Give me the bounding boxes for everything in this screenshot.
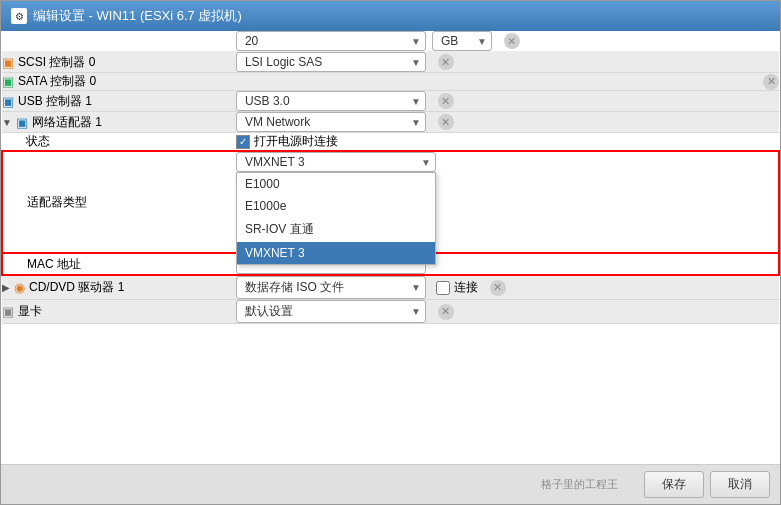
adapter-type-label: 适配器类型 [2, 151, 236, 253]
disk-size-value: 20 ▼ GB ▼ ✕ [236, 31, 779, 52]
cd-value: 数据存储 ISO 文件 ▼ 连接 ✕ [236, 275, 779, 300]
table-row: ▼ ▣ 网络适配器 1 VM Network ▼ ✕ [2, 112, 779, 133]
chevron-down-icon: ▼ [477, 36, 487, 47]
chevron-down-icon: ▼ [411, 306, 421, 317]
usb-delete-button[interactable]: ✕ [438, 93, 454, 109]
connect-on-power-checkbox[interactable]: ✓ 打开电源时连接 [236, 133, 779, 150]
table-row: ▣ SATA 控制器 0 ✕ [2, 73, 779, 91]
watermark-text: 格子里的工程王 [11, 477, 618, 492]
title-bar: ⚙ 编辑设置 - WIN11 (ESXi 6.7 虚拟机) [1, 1, 780, 31]
table-row: 适配器类型 VMXNET 3 ▼ E1000 [2, 151, 779, 253]
display-select[interactable]: 默认设置 ▼ [236, 300, 426, 323]
checkbox-icon[interactable]: ✓ [236, 135, 250, 149]
scsi-label: ▣ SCSI 控制器 0 [2, 52, 236, 73]
scsi-delete-button[interactable]: ✕ [438, 54, 454, 70]
dropdown-option-e1000e[interactable]: E1000e [237, 195, 435, 217]
status-value: ✓ 打开电源时连接 [236, 133, 779, 152]
table-row: ▣ 显卡 默认设置 ▼ ✕ [2, 300, 779, 324]
usb-icon: ▣ [2, 94, 14, 109]
settings-panel: 20 ▼ GB ▼ ✕ [1, 31, 780, 464]
chevron-down-icon: ▼ [411, 57, 421, 68]
adapter-type-value: VMXNET 3 ▼ E1000 E1000e SR-IOV 直通 VMXNET… [236, 151, 779, 253]
cancel-button[interactable]: 取消 [710, 471, 770, 498]
scsi-value: LSI Logic SAS ▼ ✕ [236, 52, 779, 73]
expand-arrow-icon[interactable]: ▼ [2, 117, 12, 128]
main-window: ⚙ 编辑设置 - WIN11 (ESXi 6.7 虚拟机) 20 ▼ [0, 0, 781, 505]
adapter-type-dropdown: E1000 E1000e SR-IOV 直通 VMXNET 3 [236, 172, 436, 265]
expand-arrow-icon[interactable]: ▶ [2, 282, 10, 293]
cd-icon: ◉ [14, 280, 25, 295]
usb-value: USB 3.0 ▼ ✕ [236, 91, 779, 112]
usb-select[interactable]: USB 3.0 ▼ [236, 91, 426, 111]
scsi-icon: ▣ [2, 55, 14, 70]
sata-label: ▣ SATA 控制器 0 [2, 73, 236, 91]
save-button[interactable]: 保存 [644, 471, 704, 498]
table-row: ▣ USB 控制器 1 USB 3.0 ▼ ✕ [2, 91, 779, 112]
dropdown-option-vmxnet3[interactable]: VMXNET 3 [237, 242, 435, 264]
display-delete-button[interactable]: ✕ [438, 304, 454, 320]
adapter-type-select[interactable]: VMXNET 3 ▼ [236, 152, 436, 172]
chevron-down-icon: ▼ [411, 96, 421, 107]
bottom-bar: 格子里的工程王 保存 取消 [1, 464, 780, 504]
main-content: 20 ▼ GB ▼ ✕ [1, 31, 780, 464]
net-label: ▼ ▣ 网络适配器 1 [2, 112, 236, 133]
disk-size-label [2, 31, 236, 52]
cd-delete-button[interactable]: ✕ [490, 280, 506, 296]
net-select[interactable]: VM Network ▼ [236, 112, 426, 132]
sata-icon: ▣ [2, 74, 14, 89]
settings-table: 20 ▼ GB ▼ ✕ [1, 31, 780, 324]
sata-delete-button[interactable]: ✕ [763, 74, 779, 90]
dropdown-option-sr-iov[interactable]: SR-IOV 直通 [237, 217, 435, 242]
scsi-select[interactable]: LSI Logic SAS ▼ [236, 52, 426, 72]
table-row: ▣ SCSI 控制器 0 LSI Logic SAS ▼ ✕ [2, 52, 779, 73]
table-row: 状态 ✓ 打开电源时连接 [2, 133, 779, 152]
mac-label: MAC 地址 [2, 253, 236, 275]
display-value: 默认设置 ▼ ✕ [236, 300, 779, 324]
net-icon: ▣ [16, 115, 28, 130]
dropdown-option-e1000[interactable]: E1000 [237, 173, 435, 195]
chevron-down-icon: ▼ [411, 282, 421, 293]
cd-label: ▶ ◉ CD/DVD 驱动器 1 [2, 275, 236, 300]
chevron-down-icon: ▼ [411, 36, 421, 47]
net-value: VM Network ▼ ✕ [236, 112, 779, 133]
table-row: 20 ▼ GB ▼ ✕ [2, 31, 779, 52]
cd-select[interactable]: 数据存储 ISO 文件 ▼ [236, 276, 426, 299]
window-icon: ⚙ [11, 8, 27, 24]
usb-label: ▣ USB 控制器 1 [2, 91, 236, 112]
chevron-down-icon: ▼ [421, 157, 431, 168]
status-label: 状态 [2, 133, 236, 152]
sata-value: ✕ [236, 73, 779, 91]
display-icon: ▣ [2, 304, 14, 319]
disk-size-input[interactable]: 20 ▼ [236, 31, 426, 51]
delete-button[interactable]: ✕ [504, 33, 520, 49]
window-title: 编辑设置 - WIN11 (ESXi 6.7 虚拟机) [33, 7, 242, 25]
display-label: ▣ 显卡 [2, 300, 236, 324]
chevron-down-icon: ▼ [411, 117, 421, 128]
table-row: ▶ ◉ CD/DVD 驱动器 1 数据存储 ISO 文件 ▼ [2, 275, 779, 300]
disk-unit-select[interactable]: GB ▼ [432, 31, 492, 51]
cd-connect-checkbox[interactable] [436, 281, 450, 295]
net-delete-button[interactable]: ✕ [438, 114, 454, 130]
